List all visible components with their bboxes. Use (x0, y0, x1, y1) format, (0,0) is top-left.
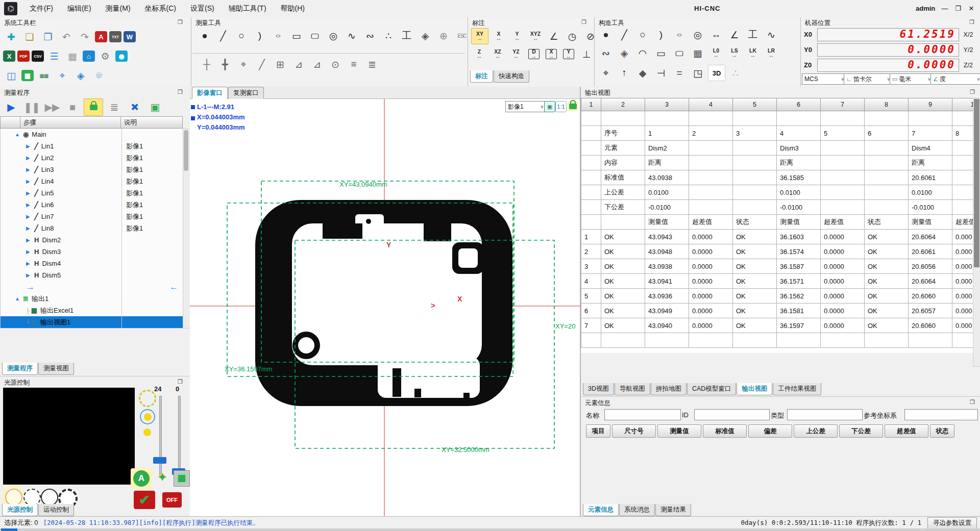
construct-height-icon[interactable]: 工 (745, 27, 761, 42)
axis-y-half-button[interactable]: Y/2 (959, 46, 977, 54)
table-cell[interactable] (952, 333, 973, 348)
table-cell[interactable]: 43.0948 (645, 244, 689, 259)
table-cell[interactable] (689, 111, 733, 126)
cs-k-icon[interactable]: LK (745, 45, 761, 61)
table-cell[interactable] (821, 185, 865, 200)
table-cell[interactable] (689, 156, 733, 170)
dim-z-icon[interactable]: Z (471, 46, 487, 62)
move-up-icon[interactable]: ↑ (616, 65, 632, 81)
table-cell[interactable] (733, 141, 777, 156)
col-btn-nominal[interactable]: 标准值 (703, 424, 747, 438)
table-cell[interactable] (645, 333, 689, 348)
table-cell[interactable] (865, 141, 909, 156)
tab-nav-view[interactable]: 导航视图 (615, 383, 650, 395)
table-cell[interactable] (865, 156, 909, 170)
table-cell[interactable] (689, 185, 733, 200)
table-cell[interactable] (952, 156, 973, 170)
table-cell[interactable] (777, 111, 821, 126)
equals-icon[interactable]: = (671, 65, 688, 81)
tab-measure-results[interactable]: 测量结果 (655, 504, 691, 516)
table-cell[interactable]: OK (601, 318, 645, 333)
table-cell[interactable]: 0.000 (952, 318, 973, 333)
table-cell[interactable] (581, 156, 601, 170)
rail-wide-icon[interactable]: ≣ (364, 57, 380, 72)
tab-recheck-window[interactable]: 复测窗口 (228, 87, 264, 99)
table-cell[interactable]: 2 (689, 126, 733, 141)
table-cell[interactable]: 20.6061 (909, 244, 952, 259)
tree-expander-icon[interactable]: ▶ (26, 249, 32, 255)
table-cell[interactable]: -0.0100 (645, 200, 689, 215)
dim-y-box-icon[interactable]: Y (563, 49, 574, 59)
table-cell[interactable]: 1 (581, 230, 601, 244)
table-cell[interactable]: 20.6057 (909, 304, 952, 318)
table-cell[interactable]: 20.6064 (909, 230, 952, 244)
undo-icon[interactable]: ↶ (58, 29, 75, 44)
menu-measure[interactable]: 测量(M) (99, 0, 138, 17)
ellipse-tool-icon[interactable]: ○ (270, 31, 286, 41)
ring-tool-icon[interactable]: ◎ (325, 28, 341, 43)
table-cell[interactable]: 0.000 (952, 259, 973, 274)
table-cell[interactable]: 36.1571 (777, 274, 821, 289)
table-cell[interactable] (581, 185, 601, 200)
table-cell[interactable]: 36.1585 (777, 170, 821, 185)
float-panel-icon[interactable]: ❐ (178, 378, 183, 385)
table-cell[interactable] (733, 170, 777, 185)
table-cell[interactable] (645, 111, 689, 126)
export-excel-icon[interactable]: X (3, 50, 15, 62)
table-cell[interactable]: 36.1597 (777, 318, 821, 333)
image-canvas[interactable]: XY=43.0940mm XY=36.1597mm XY=32.5000mm X… (190, 99, 580, 516)
minimize-button[interactable]: — (938, 2, 951, 14)
table-cell[interactable]: 标准值 (601, 170, 645, 185)
table-cell[interactable]: 43.0949 (645, 304, 689, 318)
database-icon[interactable]: ☰ (46, 48, 62, 64)
construct-arc-icon[interactable]: ) (653, 27, 669, 42)
tab-part-result-view[interactable]: 工件结果视图 (773, 383, 821, 395)
dim-yz-icon[interactable]: YZ (508, 46, 524, 62)
line-tool-icon[interactable]: ╱ (215, 28, 231, 43)
table-cell[interactable] (581, 215, 601, 230)
box-angle-icon[interactable]: ⊿ (290, 57, 307, 72)
float-panel-icon[interactable]: ❐ (178, 89, 183, 95)
table-cell[interactable]: 4 (777, 126, 821, 141)
open-program-icon[interactable]: ❏ (21, 29, 38, 44)
tree-expander-icon[interactable]: ▲ (15, 296, 20, 301)
coaxial-light-icon[interactable] (140, 409, 155, 424)
table-cell[interactable]: 测量值 (645, 215, 689, 230)
column-header[interactable]: 7 (821, 98, 865, 111)
table-cell[interactable] (909, 111, 952, 126)
table-cell[interactable]: Dism3 (777, 141, 821, 156)
table-cell[interactable]: 0.0000 (689, 230, 733, 244)
table-cell[interactable]: OK (865, 244, 909, 259)
table-cell[interactable] (733, 333, 777, 348)
tree-item-lin5[interactable]: ▶╱Lin5影像1 (1, 187, 183, 199)
table-cell[interactable]: OK (601, 259, 645, 274)
dim-y-icon[interactable]: Y (509, 29, 525, 44)
table-cell[interactable] (581, 333, 601, 348)
col-btn-upper-tol[interactable]: 上公差 (794, 424, 838, 438)
tree-expander-icon[interactable]: ▶ (26, 272, 32, 278)
fast-forward-button[interactable]: ▶▶ (43, 99, 61, 115)
mode-3d-icon[interactable]: 3D (708, 65, 725, 81)
table-cell[interactable]: 0.000 (952, 304, 973, 318)
table-cell[interactable]: OK (733, 244, 777, 259)
tree-item-lin6[interactable]: ▶╱Lin6影像1 (1, 199, 183, 211)
table-cell[interactable]: 43.0943 (645, 230, 689, 244)
circle-tool-icon[interactable]: ○ (233, 28, 250, 43)
table-cell[interactable]: OK (865, 259, 909, 274)
table-cell[interactable] (689, 141, 733, 156)
dim-x-box-icon[interactable]: X (546, 49, 557, 59)
table-cell[interactable]: 3 (733, 126, 777, 141)
new-program-icon[interactable]: ✚ (3, 29, 19, 44)
tree-item-lin4[interactable]: ▶╱Lin4影像1 (1, 175, 183, 187)
run-button[interactable]: ▶ (2, 99, 20, 115)
home-icon[interactable]: ⌂ (83, 50, 95, 62)
menu-aux-tools[interactable]: 辅助工具(T) (222, 0, 274, 17)
tab-output-view[interactable]: 输出视图 (737, 383, 772, 395)
table-cell[interactable]: OK (733, 230, 777, 244)
table-cell[interactable]: 7 (581, 318, 601, 333)
crosshair-pick-icon[interactable]: ╋ (217, 57, 233, 72)
col-btn-item[interactable]: 项目 (586, 424, 610, 438)
construct-blob-icon[interactable]: ∾ (598, 45, 614, 61)
table-cell[interactable]: 20.6064 (909, 274, 952, 289)
tree-item-lin7[interactable]: ▶╱Lin7影像1 (1, 211, 183, 222)
